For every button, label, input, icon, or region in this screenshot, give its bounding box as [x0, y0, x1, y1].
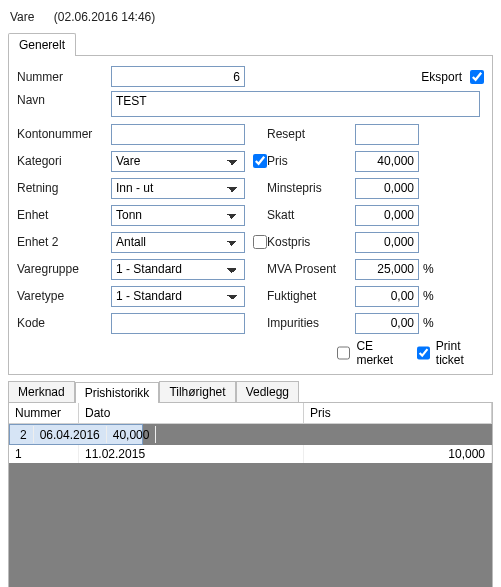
navn-label: Navn: [17, 91, 111, 107]
prishistorikk-grid: Nummer Dato Pris 2 06.04.2016 40,000 1 1…: [8, 402, 493, 587]
nummer-input[interactable]: [111, 66, 245, 87]
fuktighet-label: Fuktighet: [267, 289, 355, 303]
tab-prishistorikk[interactable]: Prishistorikk: [75, 382, 160, 403]
ce-merket-checkbox[interactable]: CE merket: [337, 339, 398, 367]
pris-input[interactable]: [355, 151, 419, 172]
impurities-label: Impurities: [267, 316, 355, 330]
enhet2-select[interactable]: Antall: [111, 232, 245, 253]
title-text: Vare: [10, 10, 34, 24]
mva-pct: %: [423, 262, 434, 276]
table-row[interactable]: 1 11.02.2015 10,000: [9, 445, 492, 463]
tab-merknad[interactable]: Merknad: [8, 381, 75, 402]
print-ticket-checkbox[interactable]: Print ticket: [417, 339, 478, 367]
skatt-input[interactable]: [355, 205, 419, 226]
kategori-checkbox[interactable]: [253, 154, 267, 168]
fuktighet-input[interactable]: [355, 286, 419, 307]
window-title: Vare (02.06.2016 14:46): [8, 6, 493, 32]
kostpris-input[interactable]: [355, 232, 419, 253]
enhet-select[interactable]: Tonn: [111, 205, 245, 226]
retning-select[interactable]: Inn - ut: [111, 178, 245, 199]
minstepris-input[interactable]: [355, 178, 419, 199]
kontonummer-label: Kontonummer: [17, 127, 111, 141]
resept-input[interactable]: [355, 124, 419, 145]
tab-tilhorighet[interactable]: Tilhørighet: [159, 381, 235, 402]
title-timestamp: (02.06.2016 14:46): [54, 10, 155, 24]
fuktighet-pct: %: [423, 289, 434, 303]
tab-generelt[interactable]: Generelt: [8, 33, 76, 56]
cell-nummer: 2: [14, 426, 34, 443]
enhet2-checkbox[interactable]: [253, 235, 267, 249]
grid-header: Nummer Dato Pris: [9, 403, 492, 424]
main-panel: Nummer Eksport Navn TEST Kontonummer Kat…: [8, 56, 493, 375]
mva-input[interactable]: [355, 259, 419, 280]
impurities-pct: %: [423, 316, 434, 330]
tab-vedlegg[interactable]: Vedlegg: [236, 381, 299, 402]
kode-input[interactable]: [111, 313, 245, 334]
varetype-select[interactable]: 1 - Standard: [111, 286, 245, 307]
cell-dato: 06.04.2016: [34, 426, 107, 443]
col-pris[interactable]: Pris: [304, 403, 492, 424]
enhet-label: Enhet: [17, 208, 111, 222]
print-ticket-label: Print ticket: [436, 339, 478, 367]
nummer-label: Nummer: [17, 70, 111, 84]
cell-pris: 40,000: [107, 426, 157, 443]
ce-merket-label: CE merket: [356, 339, 398, 367]
main-tabbar: Generelt: [8, 32, 493, 56]
varetype-label: Varetype: [17, 289, 111, 303]
minstepris-label: Minstepris: [267, 181, 355, 195]
kategori-select[interactable]: Vare: [111, 151, 245, 172]
sub-tabbar: Merknad Prishistorikk Tilhørighet Vedleg…: [8, 381, 493, 402]
skatt-label: Skatt: [267, 208, 355, 222]
varegruppe-label: Varegruppe: [17, 262, 111, 276]
col-nummer[interactable]: Nummer: [9, 403, 79, 424]
enhet2-label: Enhet 2: [17, 235, 111, 249]
cell-pris: 10,000: [304, 445, 492, 463]
varegruppe-select[interactable]: 1 - Standard: [111, 259, 245, 280]
eksport-checkbox[interactable]: [470, 70, 484, 84]
pris-label: Pris: [267, 154, 355, 168]
mva-label: MVA Prosent: [267, 262, 355, 276]
cell-dato: 11.02.2015: [79, 445, 304, 463]
impurities-input[interactable]: [355, 313, 419, 334]
table-row[interactable]: 2 06.04.2016 40,000: [9, 424, 143, 445]
kode-label: Kode: [17, 316, 111, 330]
resept-label: Resept: [267, 127, 355, 141]
retning-label: Retning: [17, 181, 111, 195]
kategori-label: Kategori: [17, 154, 111, 168]
kontonummer-input[interactable]: [111, 124, 245, 145]
navn-input[interactable]: TEST: [111, 91, 480, 117]
col-dato[interactable]: Dato: [79, 403, 304, 424]
eksport-label: Eksport: [421, 70, 462, 84]
kostpris-label: Kostpris: [267, 235, 355, 249]
cell-nummer: 1: [9, 445, 79, 463]
